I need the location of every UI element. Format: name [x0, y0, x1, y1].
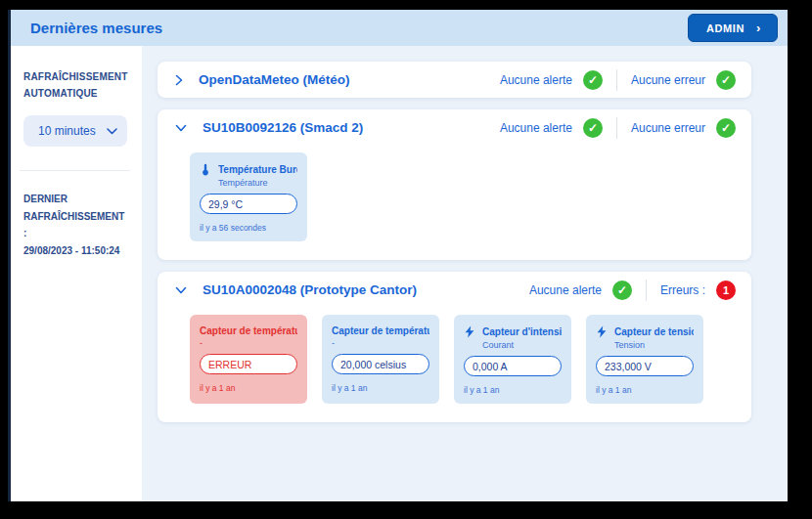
- device-panel: SU10B0092126 (Smacd 2) Aucune alerte ✓ A…: [158, 109, 751, 260]
- sensor-subtitle: Courant: [482, 340, 562, 350]
- auto-refresh-label: RAFRAÎCHISSEMENT AUTOMATIQUE: [23, 69, 130, 102]
- last-refresh-label: DERNIER RAFRAÎCHISSEMENT :: [23, 194, 124, 238]
- device-panel: SU10A0002048 (Prototype Cantor) Aucune a…: [158, 272, 751, 422]
- sensor-subtitle: -: [200, 338, 297, 348]
- sensor-cards: Température Burea... Température 29,9 °C…: [158, 146, 751, 260]
- device-panel: OpenDataMeteo (Météo) Aucune alerte ✓ Au…: [158, 62, 751, 98]
- bolt-icon: [464, 325, 475, 338]
- error-status-label: Erreurs :: [660, 283, 705, 297]
- sensor-age: il y a 1 an: [464, 385, 562, 395]
- check-circle-icon: ✓: [583, 70, 603, 90]
- chevron-right-icon: [175, 74, 183, 86]
- alert-status-label: Aucune alerte: [529, 283, 602, 297]
- last-refresh-value: 29/08/2023 - 11:50:24: [23, 245, 119, 256]
- status-divider: [646, 280, 647, 301]
- sensor-age: il y a 1 an: [200, 383, 297, 393]
- panels-list: OpenDataMeteo (Météo) Aucune alerte ✓ Au…: [158, 62, 788, 422]
- sensor-card: Capteur de tension ... Tension 233,000 V…: [586, 315, 703, 404]
- app-window: Dernières mesures ADMIN › RAFRAÎCHISSEME…: [8, 10, 788, 501]
- sidebar-divider: [20, 170, 130, 171]
- sensor-title: Capteur de température ...: [332, 325, 429, 336]
- panel-title: SU10B0092126 (Smacd 2): [203, 120, 363, 135]
- panel-header[interactable]: SU10B0092126 (Smacd 2) Aucune alerte ✓ A…: [158, 109, 751, 146]
- alert-status-label: Aucune alerte: [500, 121, 572, 135]
- sensor-age: il y a 1 an: [332, 383, 429, 393]
- chevron-right-icon: ›: [756, 22, 761, 34]
- page-title: Dernières mesures: [30, 20, 162, 36]
- refresh-interval-value: 10 minutes: [38, 124, 96, 138]
- status-divider: [616, 69, 617, 91]
- sensor-value: 233,000 V: [596, 356, 694, 376]
- check-circle-icon: ✓: [716, 118, 736, 138]
- sensor-value: 0,000 A: [464, 356, 562, 376]
- panel-header[interactable]: SU10A0002048 (Prototype Cantor) Aucune a…: [158, 272, 751, 308]
- check-circle-icon: ✓: [716, 70, 736, 90]
- thermometer-icon: [200, 163, 211, 176]
- sensor-subtitle: Température: [218, 178, 297, 188]
- sensor-value: 29,9 °C: [200, 194, 297, 214]
- check-circle-icon: ✓: [583, 118, 603, 138]
- sensor-card: Capteur de température ... - ERREUR il y…: [190, 315, 307, 404]
- error-status-label: Aucune erreur: [631, 121, 705, 135]
- error-count-badge: 1: [716, 281, 736, 300]
- sensor-card: Température Burea... Température 29,9 °C…: [190, 152, 307, 241]
- chevron-down-icon: [175, 124, 187, 132]
- panel-header[interactable]: OpenDataMeteo (Météo) Aucune alerte ✓ Au…: [158, 62, 751, 98]
- bolt-icon: [596, 325, 608, 338]
- admin-button[interactable]: ADMIN ›: [688, 14, 778, 42]
- chevron-down-icon: [175, 286, 187, 294]
- sensor-card: Capteur de température ... - 20,000 cels…: [322, 315, 439, 404]
- sensor-value: 20,000 celsius: [332, 354, 429, 374]
- admin-button-label: ADMIN: [706, 22, 744, 34]
- chevron-down-icon: [107, 128, 117, 135]
- sensor-subtitle: -: [332, 338, 429, 348]
- sensor-subtitle: Tension: [614, 340, 694, 350]
- main-content: OpenDataMeteo (Météo) Aucune alerte ✓ Au…: [142, 46, 788, 501]
- check-circle-icon: ✓: [612, 281, 632, 300]
- panel-title: OpenDataMeteo (Météo): [199, 72, 350, 87]
- sensor-card: Capteur d'intensité ... Courant 0,000 A …: [454, 315, 571, 404]
- left-accent-strip: [8, 10, 11, 501]
- sensor-title: Capteur d'intensité ...: [482, 326, 562, 337]
- error-status-label: Aucune erreur: [631, 73, 705, 87]
- sensor-age: il y a 1 an: [596, 385, 694, 395]
- sidebar: RAFRAÎCHISSEMENT AUTOMATIQUE 10 minutes …: [8, 46, 142, 501]
- sensor-title: Capteur de tension ...: [614, 326, 694, 337]
- sensor-value: ERREUR: [200, 354, 297, 374]
- sensor-age: il y a 56 secondes: [200, 223, 297, 233]
- panel-title: SU10A0002048 (Prototype Cantor): [203, 282, 417, 297]
- refresh-interval-select[interactable]: 10 minutes: [23, 115, 127, 147]
- alert-status-label: Aucune alerte: [500, 73, 572, 87]
- app-header: Dernières mesures ADMIN ›: [8, 10, 788, 46]
- status-divider: [616, 117, 617, 139]
- sensor-title: Température Burea...: [218, 164, 297, 175]
- sensor-title: Capteur de température ...: [200, 325, 297, 336]
- sensor-cards: Capteur de température ... - ERREUR il y…: [158, 308, 751, 422]
